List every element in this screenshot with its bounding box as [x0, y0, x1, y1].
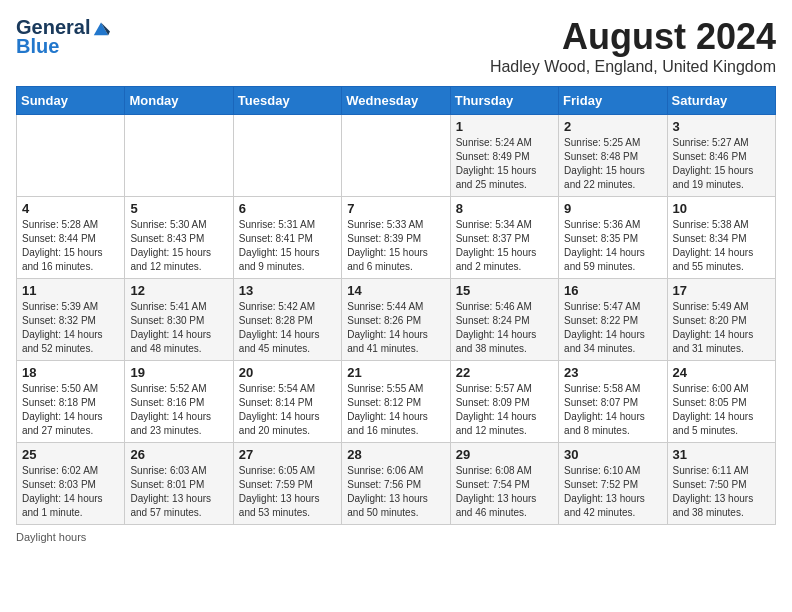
day-number: 17 [673, 283, 770, 298]
calendar-cell: 17Sunrise: 5:49 AM Sunset: 8:20 PM Dayli… [667, 279, 775, 361]
calendar-cell: 3Sunrise: 5:27 AM Sunset: 8:46 PM Daylig… [667, 115, 775, 197]
day-number: 3 [673, 119, 770, 134]
day-info: Sunrise: 5:49 AM Sunset: 8:20 PM Dayligh… [673, 300, 770, 356]
calendar-week-2: 4Sunrise: 5:28 AM Sunset: 8:44 PM Daylig… [17, 197, 776, 279]
day-number: 23 [564, 365, 661, 380]
calendar-cell: 9Sunrise: 5:36 AM Sunset: 8:35 PM Daylig… [559, 197, 667, 279]
day-info: Sunrise: 5:41 AM Sunset: 8:30 PM Dayligh… [130, 300, 227, 356]
calendar-cell: 19Sunrise: 5:52 AM Sunset: 8:16 PM Dayli… [125, 361, 233, 443]
calendar-cell: 1Sunrise: 5:24 AM Sunset: 8:49 PM Daylig… [450, 115, 558, 197]
day-info: Sunrise: 5:25 AM Sunset: 8:48 PM Dayligh… [564, 136, 661, 192]
day-info: Sunrise: 6:06 AM Sunset: 7:56 PM Dayligh… [347, 464, 444, 520]
calendar-week-3: 11Sunrise: 5:39 AM Sunset: 8:32 PM Dayli… [17, 279, 776, 361]
calendar-week-4: 18Sunrise: 5:50 AM Sunset: 8:18 PM Dayli… [17, 361, 776, 443]
calendar-cell: 23Sunrise: 5:58 AM Sunset: 8:07 PM Dayli… [559, 361, 667, 443]
day-number: 22 [456, 365, 553, 380]
day-number: 29 [456, 447, 553, 462]
day-number: 12 [130, 283, 227, 298]
calendar-cell: 13Sunrise: 5:42 AM Sunset: 8:28 PM Dayli… [233, 279, 341, 361]
day-number: 18 [22, 365, 119, 380]
day-info: Sunrise: 5:33 AM Sunset: 8:39 PM Dayligh… [347, 218, 444, 274]
day-number: 7 [347, 201, 444, 216]
day-number: 15 [456, 283, 553, 298]
day-info: Sunrise: 5:38 AM Sunset: 8:34 PM Dayligh… [673, 218, 770, 274]
logo-blue-text: Blue [16, 35, 59, 58]
day-number: 14 [347, 283, 444, 298]
day-header-friday: Friday [559, 87, 667, 115]
day-number: 31 [673, 447, 770, 462]
calendar-cell: 27Sunrise: 6:05 AM Sunset: 7:59 PM Dayli… [233, 443, 341, 525]
logo: General Blue [16, 16, 110, 58]
calendar-week-5: 25Sunrise: 6:02 AM Sunset: 8:03 PM Dayli… [17, 443, 776, 525]
day-number: 20 [239, 365, 336, 380]
day-info: Sunrise: 5:42 AM Sunset: 8:28 PM Dayligh… [239, 300, 336, 356]
calendar-cell: 25Sunrise: 6:02 AM Sunset: 8:03 PM Dayli… [17, 443, 125, 525]
day-info: Sunrise: 5:58 AM Sunset: 8:07 PM Dayligh… [564, 382, 661, 438]
month-title: August 2024 [490, 16, 776, 58]
day-info: Sunrise: 5:36 AM Sunset: 8:35 PM Dayligh… [564, 218, 661, 274]
day-number: 25 [22, 447, 119, 462]
calendar-header-row: SundayMondayTuesdayWednesdayThursdayFrid… [17, 87, 776, 115]
day-number: 27 [239, 447, 336, 462]
day-info: Sunrise: 5:44 AM Sunset: 8:26 PM Dayligh… [347, 300, 444, 356]
calendar-cell: 15Sunrise: 5:46 AM Sunset: 8:24 PM Dayli… [450, 279, 558, 361]
day-number: 10 [673, 201, 770, 216]
calendar-cell: 8Sunrise: 5:34 AM Sunset: 8:37 PM Daylig… [450, 197, 558, 279]
calendar-cell: 5Sunrise: 5:30 AM Sunset: 8:43 PM Daylig… [125, 197, 233, 279]
calendar-table: SundayMondayTuesdayWednesdayThursdayFrid… [16, 86, 776, 525]
calendar-cell: 18Sunrise: 5:50 AM Sunset: 8:18 PM Dayli… [17, 361, 125, 443]
day-number: 28 [347, 447, 444, 462]
day-number: 26 [130, 447, 227, 462]
day-header-sunday: Sunday [17, 87, 125, 115]
calendar-cell: 12Sunrise: 5:41 AM Sunset: 8:30 PM Dayli… [125, 279, 233, 361]
calendar-cell: 4Sunrise: 5:28 AM Sunset: 8:44 PM Daylig… [17, 197, 125, 279]
calendar-cell: 16Sunrise: 5:47 AM Sunset: 8:22 PM Dayli… [559, 279, 667, 361]
day-number: 4 [22, 201, 119, 216]
day-info: Sunrise: 5:28 AM Sunset: 8:44 PM Dayligh… [22, 218, 119, 274]
footer-note: Daylight hours [16, 531, 776, 543]
day-header-thursday: Thursday [450, 87, 558, 115]
day-header-monday: Monday [125, 87, 233, 115]
calendar-cell: 6Sunrise: 5:31 AM Sunset: 8:41 PM Daylig… [233, 197, 341, 279]
calendar-cell [342, 115, 450, 197]
calendar-cell: 22Sunrise: 5:57 AM Sunset: 8:09 PM Dayli… [450, 361, 558, 443]
day-number: 11 [22, 283, 119, 298]
calendar-cell: 20Sunrise: 5:54 AM Sunset: 8:14 PM Dayli… [233, 361, 341, 443]
logo-icon [92, 19, 110, 37]
day-info: Sunrise: 6:02 AM Sunset: 8:03 PM Dayligh… [22, 464, 119, 520]
location-text: Hadley Wood, England, United Kingdom [490, 58, 776, 76]
day-info: Sunrise: 5:54 AM Sunset: 8:14 PM Dayligh… [239, 382, 336, 438]
calendar-cell: 7Sunrise: 5:33 AM Sunset: 8:39 PM Daylig… [342, 197, 450, 279]
calendar-cell: 21Sunrise: 5:55 AM Sunset: 8:12 PM Dayli… [342, 361, 450, 443]
day-info: Sunrise: 6:00 AM Sunset: 8:05 PM Dayligh… [673, 382, 770, 438]
day-number: 9 [564, 201, 661, 216]
day-info: Sunrise: 5:47 AM Sunset: 8:22 PM Dayligh… [564, 300, 661, 356]
day-info: Sunrise: 5:39 AM Sunset: 8:32 PM Dayligh… [22, 300, 119, 356]
calendar-cell: 29Sunrise: 6:08 AM Sunset: 7:54 PM Dayli… [450, 443, 558, 525]
calendar-cell [17, 115, 125, 197]
day-info: Sunrise: 5:27 AM Sunset: 8:46 PM Dayligh… [673, 136, 770, 192]
calendar-cell: 31Sunrise: 6:11 AM Sunset: 7:50 PM Dayli… [667, 443, 775, 525]
day-number: 24 [673, 365, 770, 380]
header: General Blue August 2024 Hadley Wood, En… [16, 16, 776, 76]
calendar-cell: 2Sunrise: 5:25 AM Sunset: 8:48 PM Daylig… [559, 115, 667, 197]
day-info: Sunrise: 5:55 AM Sunset: 8:12 PM Dayligh… [347, 382, 444, 438]
day-info: Sunrise: 5:30 AM Sunset: 8:43 PM Dayligh… [130, 218, 227, 274]
calendar-cell: 28Sunrise: 6:06 AM Sunset: 7:56 PM Dayli… [342, 443, 450, 525]
calendar-week-1: 1Sunrise: 5:24 AM Sunset: 8:49 PM Daylig… [17, 115, 776, 197]
day-number: 8 [456, 201, 553, 216]
day-number: 1 [456, 119, 553, 134]
calendar-cell [233, 115, 341, 197]
calendar-cell: 14Sunrise: 5:44 AM Sunset: 8:26 PM Dayli… [342, 279, 450, 361]
day-info: Sunrise: 5:34 AM Sunset: 8:37 PM Dayligh… [456, 218, 553, 274]
day-info: Sunrise: 5:50 AM Sunset: 8:18 PM Dayligh… [22, 382, 119, 438]
day-number: 21 [347, 365, 444, 380]
day-number: 16 [564, 283, 661, 298]
day-info: Sunrise: 5:31 AM Sunset: 8:41 PM Dayligh… [239, 218, 336, 274]
day-header-tuesday: Tuesday [233, 87, 341, 115]
day-info: Sunrise: 5:46 AM Sunset: 8:24 PM Dayligh… [456, 300, 553, 356]
day-number: 30 [564, 447, 661, 462]
title-area: August 2024 Hadley Wood, England, United… [490, 16, 776, 76]
calendar-cell: 26Sunrise: 6:03 AM Sunset: 8:01 PM Dayli… [125, 443, 233, 525]
calendar-cell: 30Sunrise: 6:10 AM Sunset: 7:52 PM Dayli… [559, 443, 667, 525]
